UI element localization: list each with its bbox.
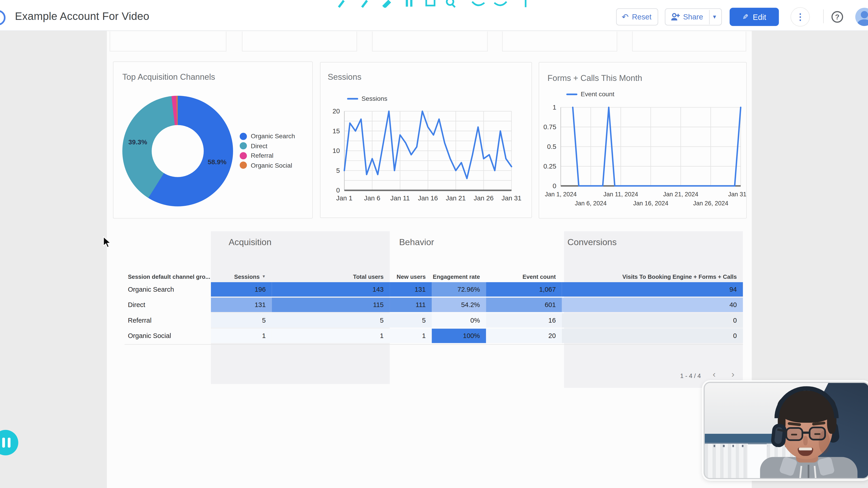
table-cell: 601 [486,298,562,312]
table-cell: 0% [432,313,486,328]
undo-icon[interactable] [472,2,485,5]
annotation-toolbar [331,0,541,8]
table-cell: 94 [562,282,743,297]
edit-button-label: Edit [753,12,766,21]
pagination-label: 1 - 4 / 4 [656,372,701,379]
user-avatar[interactable] [855,8,868,26]
column-header[interactable]: Session default channel gro... [125,271,211,282]
table-cell: 0 [562,329,743,343]
column-header[interactable]: Visits To Booking Engine + Forms + Calls [562,271,743,282]
table-cell: 143 [272,282,390,297]
header-divider [823,9,824,23]
table-cell: 0 [562,313,743,328]
zoom-icon[interactable] [447,0,455,7]
table-cell: 111 [390,298,432,312]
pause-icon [2,437,5,448]
pause-icon[interactable] [406,0,412,6]
person-add-icon [671,13,680,21]
help-icon: ? [835,13,839,21]
table-cell: 131 [211,298,272,312]
table-cell: 72.96% [432,282,486,297]
row-label: Organic Search [128,282,211,297]
table-cell: 1,067 [486,282,562,297]
share-button-label: Share [683,13,703,21]
eraser-icon[interactable] [383,1,390,7]
row-label: Direct [128,298,211,312]
share-button[interactable]: Share ▾ [665,8,722,26]
row-label: Referral [128,313,211,328]
reset-button[interactable]: ↶ Reset [616,8,658,26]
kebab-icon: ⋮ [796,11,804,22]
column-header[interactable]: Event count [486,271,562,282]
cursor-bar-icon[interactable] [525,0,526,7]
avatar-person-icon [861,11,868,18]
table-cell: 5 [211,313,272,328]
looker-studio-logo-icon [0,10,5,26]
mouse-cursor [103,236,112,249]
pencil-icon: ✎ [742,13,748,21]
table-cell: 100% [432,329,486,343]
table-cell: 1 [211,329,272,343]
table-cell: 115 [272,298,390,312]
channel-metrics-table: Session default channel gro...Sessions▼T… [107,31,752,488]
table-cell: 40 [562,298,743,312]
table-cell: 131 [390,282,432,297]
pagination-next-button[interactable]: › [728,369,737,380]
table-cell: 20 [486,329,562,343]
recorder-pause-button[interactable] [0,430,18,455]
table-cell: 1 [272,329,390,343]
share-dropdown-caret[interactable]: ▾ [713,13,716,21]
table-cell: 1 [390,329,432,343]
row-label: Organic Social [128,329,211,343]
more-options-button[interactable]: ⋮ [790,7,810,27]
report-title: Example Account For Video [15,10,149,23]
looker-studio-report-view: Example Account For Video ↶ Reset Share … [0,0,868,488]
column-header[interactable]: Sessions▼ [211,271,272,282]
undo-icon: ↶ [622,13,629,21]
column-header[interactable]: Engagement rate [432,271,486,282]
table-cell: 5 [272,313,390,328]
table-bottom-border [125,344,743,345]
sort-caret-icon: ▼ [262,274,266,278]
webcam-overlay[interactable] [704,382,868,479]
pagination-prev-button[interactable]: ‹ [710,369,719,380]
table-cell: 196 [211,282,272,297]
share-button-divider [709,10,710,24]
reset-button-label: Reset [632,13,651,21]
table-cell: 5 [390,313,432,328]
pen-icon[interactable] [339,0,344,7]
redo-icon[interactable] [494,2,506,5]
edit-button[interactable]: ✎ Edit [730,8,779,26]
table-cell: 16 [486,313,562,328]
column-header[interactable]: New users [390,271,432,282]
table-cell: 54.2% [432,298,486,312]
report-canvas: Top Acquisition Channels 58.9%39.3% Orga… [107,31,752,488]
help-button[interactable]: ? [831,11,843,23]
stop-icon[interactable] [426,0,435,5]
pen-icon[interactable] [362,0,367,7]
column-header[interactable]: Total users [272,271,390,282]
